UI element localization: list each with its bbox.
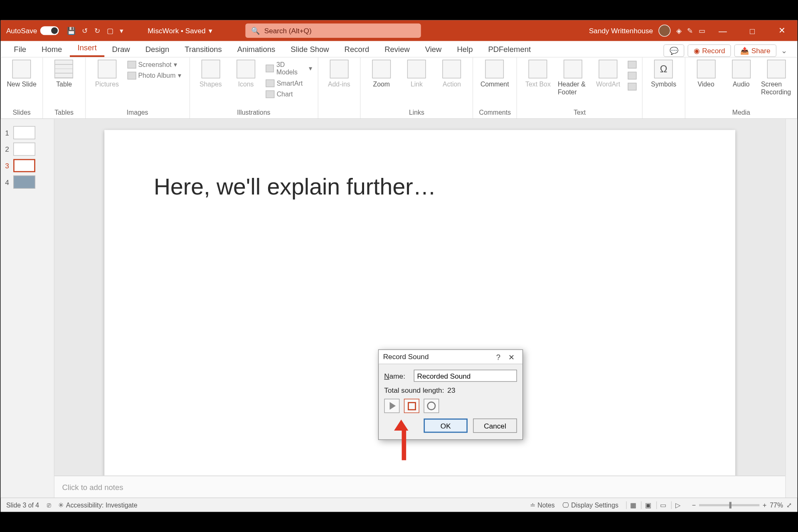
thumbnail-1[interactable]: 1 xyxy=(1,124,54,141)
autosave-switch-icon[interactable] xyxy=(40,26,59,35)
thumbnail-2[interactable]: 2 xyxy=(1,141,54,158)
link-button[interactable]: Link xyxy=(401,60,432,89)
zoom-percent[interactable]: 77% xyxy=(770,501,783,509)
tab-review[interactable]: Review xyxy=(377,42,418,57)
new-slide-button[interactable]: New Slide xyxy=(6,60,37,89)
tab-home[interactable]: Home xyxy=(34,42,70,57)
object-button[interactable] xyxy=(628,81,637,91)
notes-pane[interactable]: Click to add notes xyxy=(54,475,785,498)
vertical-scrollbar[interactable] xyxy=(785,119,797,498)
thumbnail-3-preview xyxy=(13,159,35,172)
smartart-button[interactable]: SmartArt xyxy=(266,79,312,89)
textbox-icon xyxy=(529,60,547,79)
tab-animations[interactable]: Animations xyxy=(229,42,283,57)
pictures-button[interactable]: Pictures xyxy=(91,60,123,89)
undo-icon[interactable]: ↺ xyxy=(82,27,88,35)
autosave-toggle[interactable]: AutoSave xyxy=(6,26,59,35)
qat-more-icon[interactable]: ▾ xyxy=(120,27,123,35)
save-icon[interactable]: 💾 xyxy=(67,27,76,35)
dialog-close-button[interactable]: ✕ xyxy=(505,352,518,361)
shapes-icon xyxy=(201,60,220,79)
collapse-ribbon-icon[interactable]: ⌄ xyxy=(776,44,792,57)
photo-album-button[interactable]: Photo Album ▾ xyxy=(127,71,181,81)
zoom-in-button[interactable]: + xyxy=(763,501,766,509)
zoom-slider[interactable] xyxy=(699,504,759,506)
minimize-button[interactable]: — xyxy=(711,26,735,35)
textbox-button[interactable]: Text Box xyxy=(523,60,554,89)
comment-button[interactable]: Comment xyxy=(479,60,511,89)
diamond-icon[interactable]: ◈ xyxy=(676,27,682,35)
tab-record[interactable]: Record xyxy=(337,42,377,57)
group-comments-label: Comments xyxy=(479,108,511,118)
audio-button[interactable]: Audio xyxy=(726,60,756,89)
thumbnail-3[interactable]: 3 xyxy=(1,158,54,174)
user-name[interactable]: Sandy Writtenhouse xyxy=(589,27,653,35)
tab-pdfelement[interactable]: PDFelement xyxy=(480,42,539,57)
screen-recording-button[interactable]: Screen Recording xyxy=(761,60,792,96)
record-pill[interactable]: ◉Record xyxy=(688,44,731,57)
name-label: Name: xyxy=(384,372,409,380)
date-time-button[interactable] xyxy=(628,60,637,70)
accessibility-status[interactable]: ✳ Accessibility: Investigate xyxy=(58,501,137,509)
play-button[interactable] xyxy=(384,399,399,413)
tab-help[interactable]: Help xyxy=(449,42,480,57)
cancel-button[interactable]: Cancel xyxy=(473,419,517,433)
photo-album-icon xyxy=(127,72,136,79)
maximize-button[interactable]: □ xyxy=(740,26,764,35)
addins-button[interactable]: Add-ins xyxy=(324,60,355,89)
slide-counter[interactable]: Slide 3 of 4 xyxy=(6,501,39,509)
name-input[interactable] xyxy=(414,369,517,382)
thumbnail-4[interactable]: 4 xyxy=(1,174,54,190)
shapes-button[interactable]: Shapes xyxy=(195,60,226,89)
wordart-button[interactable]: WordArt xyxy=(593,60,623,89)
notes-toggle[interactable]: ≐ Notes xyxy=(530,501,555,509)
table-button[interactable]: Table xyxy=(49,60,79,89)
tab-view[interactable]: View xyxy=(417,42,449,57)
tab-transitions[interactable]: Transitions xyxy=(177,42,230,57)
slide-number-button[interactable] xyxy=(628,71,637,81)
search-box[interactable]: 🔍 Search (Alt+Q) xyxy=(246,24,421,38)
zoom-out-button[interactable]: − xyxy=(692,501,696,509)
action-button[interactable]: Action xyxy=(436,60,467,89)
display-settings[interactable]: 🖵 Display Settings xyxy=(562,501,618,509)
reading-view-icon[interactable]: ▭ xyxy=(656,501,670,509)
present-icon[interactable]: ▢ xyxy=(107,27,113,35)
zoom-icon xyxy=(372,60,391,79)
symbols-button[interactable]: ΩSymbols xyxy=(648,60,679,89)
slide-title[interactable]: Here, we'll explain further… xyxy=(154,174,436,200)
close-button[interactable]: ✕ xyxy=(770,26,794,36)
header-footer-icon xyxy=(564,60,582,79)
ok-button[interactable]: OK xyxy=(424,419,468,433)
pen-icon[interactable]: ✎ xyxy=(687,27,693,35)
comments-pill[interactable]: 💬 xyxy=(664,44,685,57)
redo-icon[interactable]: ↻ xyxy=(94,27,101,35)
pictures-icon xyxy=(98,60,116,79)
header-footer-button[interactable]: Header & Footer xyxy=(558,60,589,96)
3d-models-button[interactable]: 3D Models ▾ xyxy=(266,60,312,77)
tab-slideshow[interactable]: Slide Show xyxy=(283,42,337,57)
tab-file[interactable]: File xyxy=(6,42,34,57)
icons-button[interactable]: Icons xyxy=(231,60,261,89)
video-button[interactable]: Video xyxy=(691,60,722,89)
fit-to-window-icon[interactable]: ⤢ xyxy=(786,501,792,509)
zoom-button[interactable]: Zoom xyxy=(366,60,397,89)
tab-draw[interactable]: Draw xyxy=(104,42,138,57)
ribbon-mode-icon[interactable]: ▭ xyxy=(699,27,705,35)
screenshot-button[interactable]: Screenshot ▾ xyxy=(127,60,181,70)
share-icon: 📤 xyxy=(740,47,749,55)
slideshow-view-icon[interactable]: ▷ xyxy=(671,501,685,509)
title-dropdown-icon[interactable]: ▾ xyxy=(209,27,212,35)
user-avatar-icon[interactable] xyxy=(658,25,670,37)
spellcheck-status[interactable]: ⎚ xyxy=(47,501,51,509)
record-button[interactable] xyxy=(424,399,439,413)
stop-button[interactable] xyxy=(404,399,419,413)
tab-design[interactable]: Design xyxy=(138,42,177,57)
share-pill-label: Share xyxy=(751,47,771,55)
chart-button[interactable]: Chart xyxy=(266,89,312,99)
share-pill[interactable]: 📤Share xyxy=(734,44,776,57)
sorter-view-icon[interactable]: ▣ xyxy=(641,501,654,509)
tab-insert[interactable]: Insert xyxy=(70,40,104,57)
normal-view-icon[interactable]: ▦ xyxy=(626,501,639,509)
dialog-help-button[interactable]: ? xyxy=(492,352,505,361)
document-title[interactable]: MiscWork • Saved xyxy=(148,27,205,35)
